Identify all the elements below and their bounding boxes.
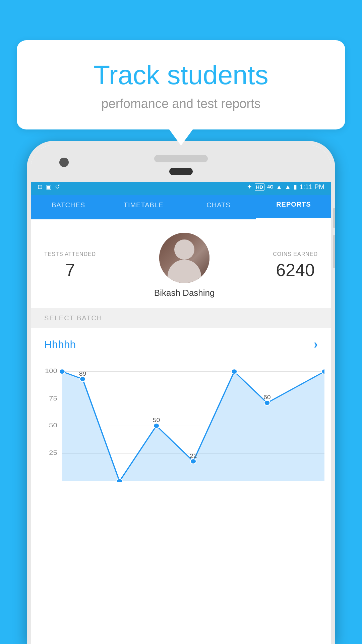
screen: ⊡ ▣ ↺ ✦ HD 4G ▲ ▲ ▮ 1:11 PM BATCHES bbox=[31, 178, 331, 644]
coins-earned-label: COINS EARNED bbox=[273, 251, 318, 257]
image-icon: ▣ bbox=[46, 183, 52, 191]
phone-frame: ⊡ ▣ ↺ ✦ HD 4G ▲ ▲ ▮ 1:11 PM BATCHES bbox=[27, 141, 335, 644]
avatar-image bbox=[159, 233, 209, 283]
chart-section: 100 75 50 25 bbox=[31, 361, 331, 482]
user-name: Bikash Dashing bbox=[154, 288, 215, 298]
svg-text:89: 89 bbox=[79, 371, 86, 377]
speaker-grille bbox=[154, 155, 208, 162]
svg-text:100: 100 bbox=[45, 368, 57, 374]
svg-text:100: 100 bbox=[57, 368, 68, 369]
batch-name: Hhhhh bbox=[44, 338, 76, 351]
notification-icon: ⊡ bbox=[38, 183, 43, 191]
coins-earned-value: 6240 bbox=[273, 260, 318, 280]
status-bar-right: ✦ HD 4G ▲ ▲ ▮ 1:11 PM bbox=[247, 183, 325, 191]
tab-batches[interactable]: BATCHES bbox=[31, 195, 106, 219]
sync-icon: ↺ bbox=[55, 183, 60, 191]
status-bar-left: ⊡ ▣ ↺ bbox=[38, 183, 60, 191]
svg-point-8 bbox=[59, 369, 65, 374]
tab-chats[interactable]: CHATS bbox=[181, 195, 256, 219]
tests-attended-value: 7 bbox=[44, 260, 96, 280]
svg-text:25: 25 bbox=[49, 449, 57, 456]
signal1-icon: ▲ bbox=[276, 183, 282, 191]
battery-icon: ▮ bbox=[294, 183, 297, 191]
hd-icon: HD bbox=[255, 183, 265, 191]
svg-point-10 bbox=[117, 479, 122, 482]
front-sensor bbox=[169, 168, 193, 175]
phone-top-bezel bbox=[31, 145, 331, 182]
svg-text:75: 75 bbox=[49, 394, 57, 401]
power-button[interactable] bbox=[333, 235, 335, 268]
svg-text:22: 22 bbox=[190, 452, 197, 459]
avatar bbox=[159, 233, 209, 283]
tests-attended-block: TESTS ATTENDED 7 bbox=[44, 251, 96, 280]
coins-earned-block: COINS EARNED 6240 bbox=[273, 251, 318, 280]
svg-point-13 bbox=[231, 369, 237, 374]
svg-point-9 bbox=[80, 377, 85, 382]
svg-point-15 bbox=[321, 369, 324, 374]
svg-point-11 bbox=[154, 423, 159, 428]
svg-text:60: 60 bbox=[263, 394, 271, 400]
select-batch-label: SELECT BATCH bbox=[44, 314, 102, 322]
tab-bar: BATCHES TIMETABLE CHATS REPORTS bbox=[31, 195, 331, 219]
profile-section: TESTS ATTENDED 7 Bikash Dashing COINS EA… bbox=[31, 219, 331, 308]
chevron-right-icon: › bbox=[314, 337, 318, 352]
svg-text:50: 50 bbox=[49, 422, 57, 429]
tab-timetable[interactable]: TIMETABLE bbox=[106, 195, 181, 219]
phone-inner: ⊡ ▣ ↺ ✦ HD 4G ▲ ▲ ▮ 1:11 PM BATCHES bbox=[31, 145, 331, 644]
svg-point-12 bbox=[190, 459, 196, 464]
front-camera-icon bbox=[59, 158, 69, 167]
speech-bubble: Track students perfomance and test repor… bbox=[17, 40, 345, 129]
tab-reports[interactable]: REPORTS bbox=[256, 195, 331, 219]
tests-attended-label: TESTS ATTENDED bbox=[44, 251, 96, 257]
performance-chart: 100 75 50 25 bbox=[38, 368, 324, 482]
bubble-title: Track students bbox=[44, 60, 318, 90]
select-batch-header: SELECT BATCH bbox=[31, 308, 331, 328]
svg-text:50: 50 bbox=[153, 417, 160, 423]
clock: 1:11 PM bbox=[300, 183, 324, 191]
svg-text:100: 100 bbox=[229, 368, 240, 369]
bubble-subtitle: perfomance and test reports bbox=[44, 97, 318, 111]
volume-up-button[interactable] bbox=[333, 208, 335, 228]
bluetooth-icon: ✦ bbox=[247, 183, 252, 191]
svg-text:100: 100 bbox=[319, 368, 324, 369]
batch-item[interactable]: Hhhhh › bbox=[31, 328, 331, 361]
network-icon: 4G bbox=[267, 184, 274, 190]
svg-point-14 bbox=[264, 400, 270, 406]
signal2-icon: ▲ bbox=[285, 183, 291, 191]
avatar-block: Bikash Dashing bbox=[154, 233, 215, 298]
